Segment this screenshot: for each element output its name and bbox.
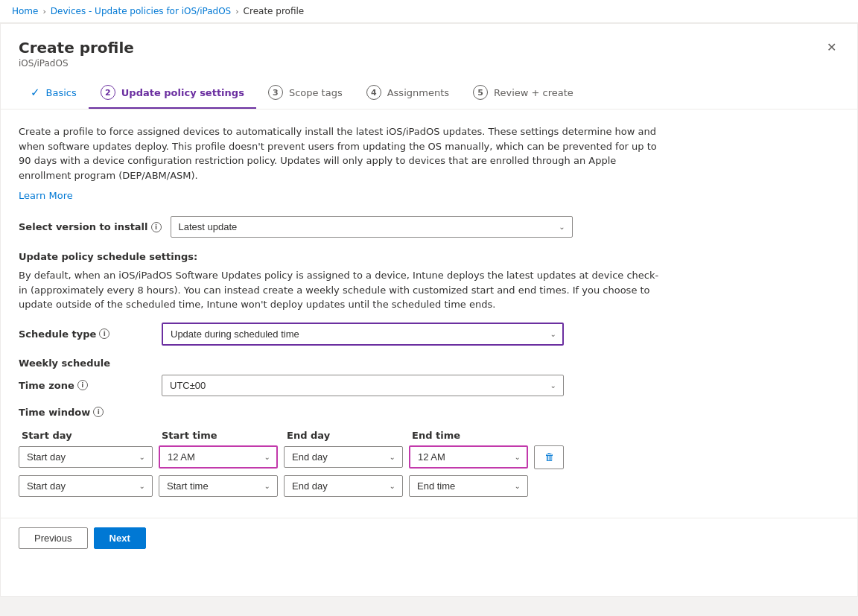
tab-update-policy[interactable]: 2 Update policy settings (89, 77, 256, 109)
breadcrumb: Home › Devices - Update policies for iOS… (0, 0, 858, 23)
header-end-day: End day (287, 430, 406, 441)
table-row: Start day SundayMondayTuesday WednesdayT… (19, 445, 644, 469)
breadcrumb-sep-1: › (42, 7, 45, 16)
timezone-select[interactable]: UTC±00 UTC-05:00 UTC+01:00 (162, 375, 564, 396)
row2-start-day-select[interactable]: Start day SundayMondayTuesday WednesdayT… (19, 475, 153, 497)
tab-assignments-label: Assignments (387, 87, 449, 98)
row1-end-day-wrapper: End day SundayMondayTuesday WednesdayThu… (284, 446, 403, 468)
timezone-row: Time zone i UTC±00 UTC-05:00 UTC+01:00 ⌄ (19, 375, 839, 396)
schedule-type-info-icon[interactable]: i (99, 328, 109, 339)
wizard-tabs: ✓ Basics 2 Update policy settings 3 Scop… (1, 77, 857, 109)
schedule-settings-heading: Update policy schedule settings: (19, 251, 839, 262)
breadcrumb-sep-2: › (235, 7, 238, 16)
schedule-type-row: Schedule type i Update during scheduled … (19, 323, 839, 346)
tab-assignments[interactable]: 4 Assignments (355, 77, 461, 109)
header-actions (537, 430, 567, 441)
tab-basics-check-icon: ✓ (31, 86, 40, 99)
next-button[interactable]: Next (94, 527, 146, 549)
panel-title-group: Create profile iOS/iPadOS (19, 39, 134, 69)
tab-scope-tags[interactable]: 3 Scope tags (256, 77, 355, 109)
row1-start-time-select[interactable]: 12 AM 1 AM2 AM3 AM 6 AM9 AM12 PM (159, 445, 278, 469)
close-button[interactable]: ✕ (824, 39, 839, 57)
tab-scope-tags-num: 3 (268, 85, 283, 100)
tab-basics[interactable]: ✓ Basics (19, 78, 89, 108)
row1-end-day-select[interactable]: End day SundayMondayTuesday WednesdayThu… (284, 446, 403, 468)
version-label: Select version to install i (19, 221, 162, 232)
version-select[interactable]: Latest update (171, 216, 573, 238)
row1-delete-button[interactable]: 🗑 (534, 445, 564, 469)
row1-end-time-select[interactable]: 12 AM 1 AM2 AM3 AM 6 AM9 AM12 PM (409, 445, 528, 469)
panel-header: Create profile iOS/iPadOS ✕ (1, 24, 857, 77)
description-text: Create a profile to force assigned devic… (19, 124, 659, 182)
row2-start-time-select[interactable]: Start time 12 AM1 AM2 AM 6 AM9 AM12 PM (159, 475, 278, 497)
table-row: Start day SundayMondayTuesday WednesdayT… (19, 475, 644, 497)
tab-update-policy-num: 2 (101, 85, 115, 100)
create-profile-panel: Create profile iOS/iPadOS ✕ ✓ Basics 2 U… (0, 23, 858, 597)
close-icon: ✕ (827, 41, 836, 54)
policy-description: By default, when an iOS/iPadOS Software … (19, 268, 659, 312)
tab-review-create-num: 5 (473, 85, 488, 100)
learn-more-link[interactable]: Learn More (19, 190, 73, 201)
tab-review-create[interactable]: 5 Review + create (461, 77, 585, 109)
version-section: Select version to install i Latest updat… (19, 216, 839, 238)
panel-subtitle: iOS/iPadOS (19, 58, 134, 69)
schedule-type-label: Schedule type i (19, 328, 153, 340)
header-start-time: Start time (162, 430, 281, 441)
row2-start-time-wrapper: Start time 12 AM1 AM2 AM 6 AM9 AM12 PM ⌄ (159, 475, 278, 497)
timezone-info-icon[interactable]: i (77, 380, 88, 390)
version-select-wrapper: Latest update ⌄ (171, 216, 573, 238)
footer: Previous Next (1, 518, 857, 558)
row2-end-time-wrapper: End time 12 AM1 AM2 AM 6 AM9 AM12 PM ⌄ (409, 475, 528, 497)
schedule-type-select-wrapper: Update during scheduled time Update at n… (162, 323, 564, 346)
version-info-icon[interactable]: i (151, 222, 162, 232)
tab-assignments-num: 4 (366, 85, 381, 100)
row2-end-time-select[interactable]: End time 12 AM1 AM2 AM 6 AM9 AM12 PM (409, 475, 528, 497)
tab-scope-tags-label: Scope tags (289, 87, 343, 98)
row1-end-time-wrapper: 12 AM 1 AM2 AM3 AM 6 AM9 AM12 PM ⌄ (409, 445, 528, 469)
schedule-type-select[interactable]: Update during scheduled time Update at n… (162, 323, 564, 346)
tab-update-policy-label: Update policy settings (121, 87, 244, 98)
delete-icon: 🗑 (544, 451, 554, 463)
header-end-time: End time (412, 430, 531, 441)
time-window-info-icon[interactable]: i (93, 407, 104, 417)
previous-button[interactable]: Previous (19, 527, 88, 549)
time-table-headers: Start day Start time End day End time (19, 430, 644, 441)
tab-basics-label: Basics (46, 87, 77, 98)
breadcrumb-current: Create profile (244, 6, 305, 16)
row1-start-time-wrapper: 12 AM 1 AM2 AM3 AM 6 AM9 AM12 PM ⌄ (159, 445, 278, 469)
row1-start-day-select[interactable]: Start day SundayMondayTuesday WednesdayT… (19, 446, 153, 468)
timezone-select-wrapper: UTC±00 UTC-05:00 UTC+01:00 ⌄ (162, 375, 564, 396)
row2-start-day-wrapper: Start day SundayMondayTuesday WednesdayT… (19, 475, 153, 497)
breadcrumb-home[interactable]: Home (12, 6, 38, 16)
content-area: Create a profile to force assigned devic… (1, 109, 857, 518)
tab-review-create-label: Review + create (494, 87, 573, 98)
breadcrumb-devices[interactable]: Devices - Update policies for iOS/iPadOS (51, 6, 231, 16)
row2-end-day-select[interactable]: End day SundayMondayTuesday WednesdayThu… (284, 475, 403, 497)
timezone-label: Time zone i (19, 380, 153, 391)
version-row: Select version to install i Latest updat… (19, 216, 839, 238)
weekly-schedule-label: Weekly schedule (19, 358, 839, 369)
panel-title: Create profile (19, 39, 134, 57)
header-start-day: Start day (22, 430, 156, 441)
row1-start-day-wrapper: Start day SundayMondayTuesday WednesdayT… (19, 446, 153, 468)
time-window-label: Time window i (19, 407, 839, 418)
row2-end-day-wrapper: End day SundayMondayTuesday WednesdayThu… (284, 475, 403, 497)
time-table: Start day Start time End day End time St… (19, 430, 644, 497)
